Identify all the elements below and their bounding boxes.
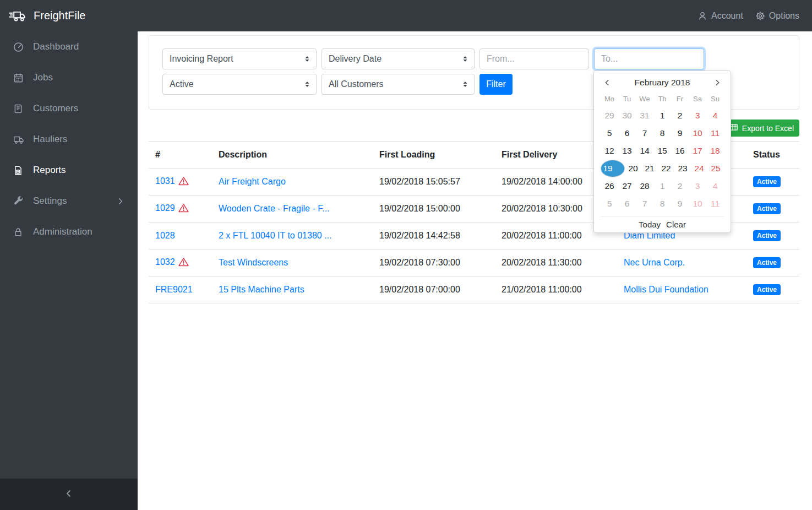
prev-month-button[interactable] (601, 79, 614, 86)
sidebar-item-dashboard[interactable]: Dashboard (0, 31, 138, 62)
job-id-link[interactable]: 1028 (155, 231, 175, 240)
day-cell[interactable]: 18 (706, 142, 724, 160)
column-header-first-loading: First Loading (373, 142, 495, 169)
sidebar-item-customers[interactable]: Customers (0, 93, 138, 124)
day-cell[interactable]: 29 (601, 107, 618, 124)
day-cell[interactable]: 1 (653, 177, 671, 195)
day-cell[interactable]: 10 (689, 195, 706, 213)
customer-link[interactable]: Nec Urna Corp. (624, 258, 685, 267)
day-cell[interactable]: 13 (618, 142, 636, 160)
updown-arrows-icon (461, 55, 469, 63)
job-id-link[interactable]: FRE9021 (155, 285, 193, 294)
day-cell[interactable]: 16 (671, 142, 689, 160)
day-cell[interactable]: 6 (618, 124, 636, 142)
sidebar-item-label: Dashboard (33, 41, 79, 52)
job-description-link[interactable]: Air Freight Cargo (219, 177, 286, 186)
sidebar-item-reports[interactable]: Reports (0, 155, 138, 186)
day-cell[interactable]: 24 (691, 160, 707, 177)
today-button[interactable]: Today (639, 220, 661, 229)
job-id-link[interactable]: 1031 (155, 176, 175, 186)
job-description-link[interactable]: Wooden Crate - Fragile - F... (219, 204, 330, 213)
first-loading-cell: 19/02/2018 07:00:00 (373, 276, 495, 303)
day-cell[interactable]: 1 (653, 107, 671, 124)
report-type-select[interactable]: Invoicing Report (162, 48, 317, 69)
day-cell[interactable]: 8 (653, 124, 671, 142)
day-cell[interactable]: 4 (706, 177, 724, 195)
updown-arrows-icon (303, 80, 311, 88)
day-cell[interactable]: 3 (689, 107, 706, 124)
day-cell[interactable]: 2 (671, 177, 689, 195)
day-cell[interactable]: 19 (601, 160, 625, 177)
calendar-week-row: 567891011 (601, 195, 724, 213)
day-cell[interactable]: 14 (636, 142, 653, 160)
day-cell[interactable]: 27 (618, 177, 636, 195)
day-cell[interactable]: 23 (674, 160, 691, 177)
job-description-link[interactable]: 2 x FTL 10040 IT to 01380 ... (219, 231, 331, 240)
day-cell[interactable]: 8 (653, 195, 671, 213)
day-cell[interactable]: 9 (671, 124, 689, 142)
day-name: Fr (671, 91, 689, 107)
day-cell[interactable]: 9 (671, 195, 689, 213)
job-id-link[interactable]: 1032 (155, 257, 175, 267)
to-date-input[interactable] (594, 48, 704, 69)
sidebar-item-label: Customers (33, 103, 78, 114)
sidebar-item-settings[interactable]: Settings (0, 186, 138, 216)
day-cell[interactable]: 3 (689, 177, 706, 195)
day-cell[interactable]: 31 (636, 107, 653, 124)
warning-icon (178, 259, 189, 268)
day-cell[interactable]: 17 (689, 142, 706, 160)
sidebar: DashboardJobsCustomersHauliersReportsSet… (0, 31, 138, 510)
sidebar-item-jobs[interactable]: Jobs (0, 62, 138, 93)
sidebar-collapse-button[interactable] (0, 479, 138, 510)
customer-link[interactable]: Mollis Dui Foundation (624, 285, 709, 294)
day-cell[interactable]: 26 (601, 177, 618, 195)
day-cell[interactable]: 11 (706, 195, 724, 213)
clear-button[interactable]: Clear (666, 220, 686, 229)
day-cell[interactable]: 22 (658, 160, 674, 177)
status-badge: Active (753, 230, 781, 241)
day-cell[interactable]: 10 (689, 124, 706, 142)
brand[interactable]: FreightFile (9, 9, 85, 23)
day-cell[interactable]: 7 (636, 195, 653, 213)
day-cell[interactable]: 11 (706, 124, 724, 142)
day-cell[interactable]: 4 (706, 107, 724, 124)
datepicker-month-title[interactable]: February 2018 (614, 78, 711, 88)
customer-select[interactable]: All Customers (321, 74, 475, 95)
day-cell[interactable]: 30 (618, 107, 636, 124)
day-name: We (636, 91, 653, 107)
day-cell[interactable]: 12 (601, 142, 618, 160)
table-row: 1032Test Windscreens19/02/2018 07:30:002… (149, 249, 799, 276)
day-cell[interactable]: 15 (653, 142, 671, 160)
from-date-input[interactable] (479, 48, 589, 69)
options-button[interactable]: Options (755, 11, 799, 21)
person-icon (697, 11, 707, 21)
job-id-link[interactable]: 1029 (155, 203, 175, 213)
day-cell[interactable]: 20 (625, 160, 641, 177)
sidebar-item-hauliers[interactable]: Hauliers (0, 124, 138, 155)
day-cell[interactable]: 7 (636, 124, 653, 142)
export-to-excel-button[interactable]: Export to Excel (724, 120, 799, 137)
lock-icon (13, 227, 25, 237)
status-badge: Active (753, 284, 781, 295)
account-button[interactable]: Account (697, 11, 743, 21)
report-type-value: Invoicing Report (170, 54, 233, 64)
next-month-button[interactable] (711, 79, 724, 86)
day-cell[interactable]: 6 (618, 195, 636, 213)
datepicker-footer: Today Clear (601, 216, 724, 229)
job-description-link[interactable]: 15 Plts Machine Parts (219, 285, 304, 294)
day-cell[interactable]: 5 (601, 195, 618, 213)
topbar: FreightFile Account Options (0, 0, 812, 31)
day-cell[interactable]: 25 (707, 160, 724, 177)
day-cell[interactable]: 21 (641, 160, 658, 177)
status-select[interactable]: Active (162, 74, 317, 95)
day-cell[interactable]: 28 (636, 177, 653, 195)
day-cell[interactable]: 2 (671, 107, 689, 124)
warning-icon (178, 205, 189, 214)
sidebar-item-administration[interactable]: Administration (0, 216, 138, 247)
day-cell[interactable]: 5 (601, 124, 618, 142)
calendar-icon (13, 73, 25, 83)
filter-button[interactable]: Filter (479, 74, 513, 95)
job-description-link[interactable]: Test Windscreens (219, 258, 288, 267)
date-field-select[interactable]: Delivery Date (321, 48, 475, 69)
sidebar-item-label: Reports (33, 165, 66, 176)
